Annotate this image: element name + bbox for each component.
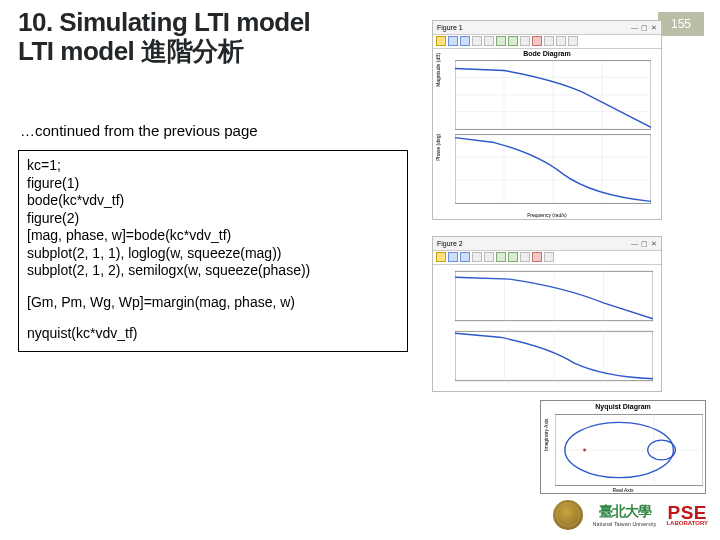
toolbar-rotate-icon [532,252,542,262]
window-controls: — ▢ ✕ [631,21,657,34]
toolbar-print-icon [472,252,482,262]
toolbar-new-icon [436,252,446,262]
code-line: figure(1) [27,175,399,193]
ylabel-mag: Magnitude (dB) [435,53,441,87]
close-icon: ✕ [651,21,657,35]
continued-note: …continued from the previous page [20,122,258,139]
semilogx-phase-plot: 0 -100 -200 10⁻² 10⁰ 10² [455,329,653,383]
ylabel-phase: Phase (deg) [435,134,441,161]
toolbar-print-icon [472,36,482,46]
code-line: subplot(2, 1, 2), semilogx(w, squeeze(ph… [27,262,399,280]
toolbar-pointer-icon [484,252,494,262]
code-line: nyquist(kc*vdv_tf) [27,325,399,343]
pse-logo-text: PSE [666,504,708,521]
bode-phase-plot: 0 -90 -180 10⁻² 10⁰ 10² [455,133,651,205]
ylabel-nyq: Imaginary Axis [543,418,549,451]
figure-title-text: Figure 2 [437,237,463,250]
figure-toolbar [433,35,661,49]
footer-logos: 臺北大學 National Taiwan University PSE LABO… [553,500,708,530]
code-line: [Gm, Pm, Wg, Wp]=margin(mag, phase, w) [27,294,399,312]
toolbar-pan-icon [520,252,530,262]
minimize-icon: — [631,237,638,251]
toolbar-open-icon [448,252,458,262]
maximize-icon: ▢ [641,237,648,251]
page-title: 10. Simulating LTI model LTI model 進階分析 [18,8,358,66]
figure-title-text: Figure 1 [437,21,463,34]
matlab-figure-2: Figure 2 — ▢ ✕ 10⁰ 10⁻² 10⁻⁴ [432,236,662,392]
minimize-icon: — [631,21,638,35]
pse-logo-sub: LABORATORY [666,521,708,526]
plot-area-fig2: 10⁰ 10⁻² 10⁻⁴ 0 -100 -200 10⁻² 10⁰ 10² [433,265,661,391]
code-line: figure(2) [27,210,399,228]
toolbar-datatip-icon [544,36,554,46]
toolbar-pan-icon [520,36,530,46]
code-line: kc=1; [27,157,399,175]
maximize-icon: ▢ [641,21,648,35]
nyquist-figure: Nyquist Diagram Imaginary Axis Real Axis [540,400,706,494]
xlabel-nyq: Real Axis [541,487,705,493]
code-line: [mag, phase, w]=bode(kc*vdv_tf) [27,227,399,245]
code-line: subplot(2, 1, 1), loglog(w, squeeze(mag)… [27,245,399,263]
pse-logo: PSE LABORATORY [666,504,708,526]
svg-point-46 [583,449,586,452]
toolbar-zoomout-icon [508,36,518,46]
toolbar-brush-icon [556,36,566,46]
loglog-mag-plot: 10⁰ 10⁻² 10⁻⁴ [455,269,653,323]
bode-mag-plot: 0 -20 -40 -60 -80 [455,59,651,131]
figure-toolbar [433,251,661,265]
code-block: kc=1; figure(1) bode(kc*vdv_tf) figure(2… [18,150,408,352]
toolbar-pointer-icon [484,36,494,46]
toolbar-zoomin-icon [496,252,506,262]
toolbar-open-icon [448,36,458,46]
toolbar-save-icon [460,36,470,46]
code-line: bode(kc*vdv_tf) [27,192,399,210]
matlab-figure-1: Figure 1 — ▢ ✕ Bode Diagram 0 -20 -40 [432,20,662,220]
toolbar-new-icon [436,36,446,46]
toolbar-rotate-icon [532,36,542,46]
toolbar-save-icon [460,252,470,262]
page-number-badge: 155 [658,12,704,36]
toolbar-link-icon [568,36,578,46]
chart-title: Nyquist Diagram [541,403,705,410]
title-line-2: LTI model 進階分析 [18,37,358,66]
toolbar-datatip-icon [544,252,554,262]
title-line-1: 10. Simulating LTI model [18,8,358,37]
close-icon: ✕ [651,237,657,251]
window-controls: — ▢ ✕ [631,237,657,250]
figure-titlebar: Figure 1 — ▢ ✕ [433,21,661,35]
plot-area-bode: Bode Diagram 0 -20 -40 -60 -80 Magnitude… [433,49,661,219]
university-name-zh: 臺北大學 [599,503,651,521]
nyquist-plot [555,413,703,487]
xlabel-bode: Frequency (rad/s) [433,212,661,218]
toolbar-zoomin-icon [496,36,506,46]
toolbar-zoomout-icon [508,252,518,262]
figure-titlebar: Figure 2 — ▢ ✕ [433,237,661,251]
chart-title: Bode Diagram [433,50,661,57]
university-seal-icon [553,500,583,530]
university-name: 臺北大學 National Taiwan University [593,503,657,527]
university-name-en: National Taiwan University [593,521,657,527]
